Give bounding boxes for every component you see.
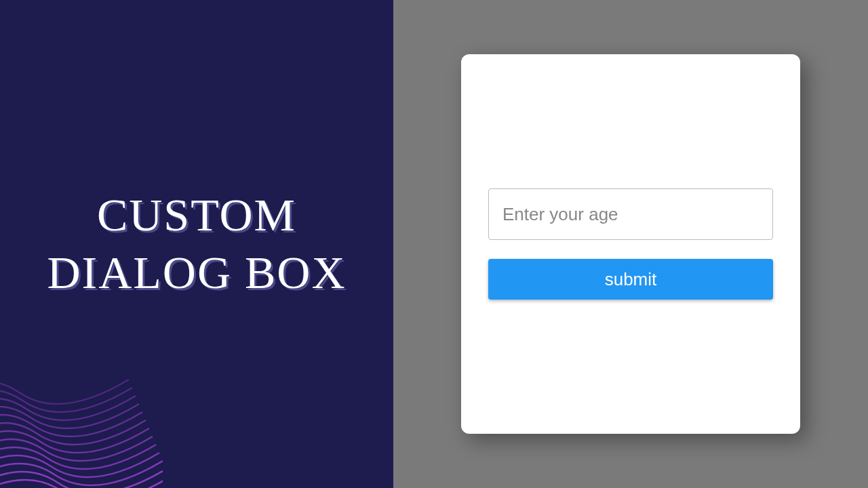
dialog-card: submit	[461, 54, 800, 434]
title-container: CUSTOM DIALOG BOX	[20, 186, 373, 302]
left-hero-panel: CUSTOM DIALOG BOX	[0, 0, 393, 488]
title-line-2: DIALOG BOX	[47, 244, 346, 302]
right-preview-panel: submit	[393, 0, 868, 488]
submit-button[interactable]: submit	[488, 259, 773, 300]
title-line-1: CUSTOM	[47, 186, 346, 244]
age-input[interactable]	[488, 188, 773, 240]
wave-decoration-icon	[0, 312, 163, 488]
